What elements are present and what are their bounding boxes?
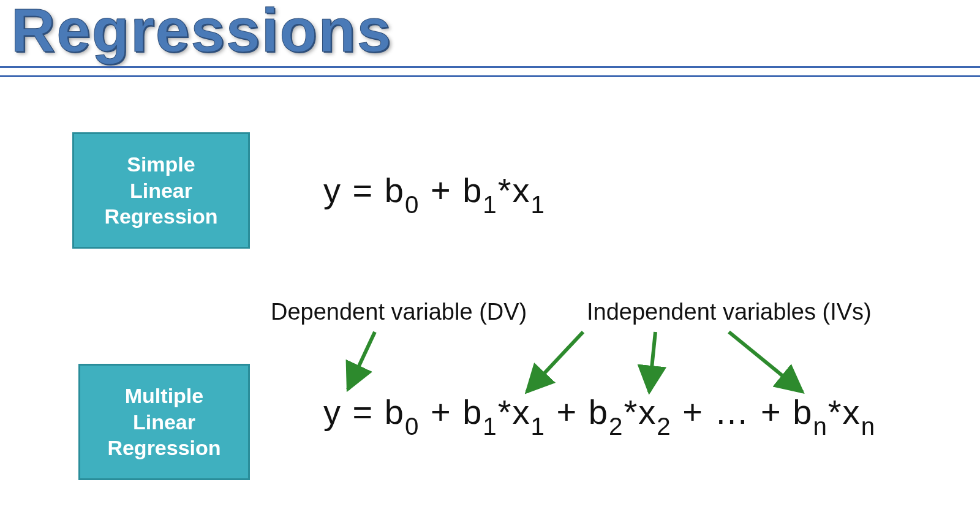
label-box-line: Regression [107, 435, 221, 461]
arrow-dv [348, 332, 375, 390]
equation-simple: y = b0 + b1*x1 [323, 170, 546, 216]
slide-title: Regressions [11, 0, 392, 66]
title-underline [0, 66, 980, 77]
equation-multiple: y = b0 + b1*x1 + b2*x2 + … + bn*xn [323, 392, 876, 437]
arrow-iv-x1 [527, 332, 583, 392]
label-box-multiple: Multiple Linear Regression [78, 364, 250, 480]
label-box-line: Linear [130, 178, 192, 204]
label-box-line: Linear [133, 409, 195, 435]
label-box-simple: Simple Linear Regression [72, 132, 250, 249]
label-box-line: Simple [127, 151, 195, 178]
label-box-line: Regression [104, 203, 217, 230]
arrow-iv-x2 [649, 332, 655, 392]
label-box-line: Multiple [125, 383, 203, 409]
annotation-iv: Independent variables (IVs) [587, 299, 872, 325]
annotation-dv: Dependent variable (DV) [271, 299, 527, 325]
arrow-iv-xn [729, 332, 802, 392]
